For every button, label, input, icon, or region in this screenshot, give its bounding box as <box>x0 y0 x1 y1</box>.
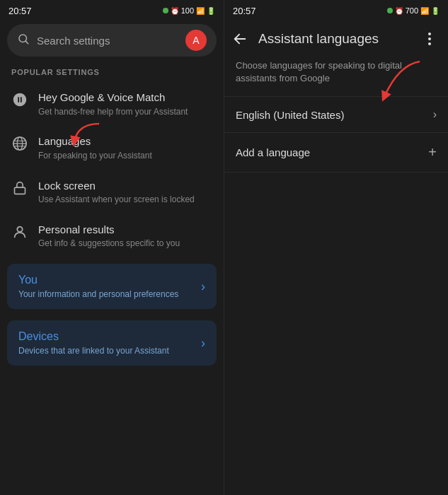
search-bar[interactable]: Search settings A <box>7 24 217 57</box>
alarm-icon-right: ⏰ <box>395 7 403 15</box>
card-you-subtitle: Your information and personal preference… <box>18 289 201 299</box>
settings-item-personal-results[interactable]: Personal results Get info & suggestions … <box>0 214 224 258</box>
languages-subtitle: For speaking to your Assistant <box>38 150 212 162</box>
right-header: Assistant languages <box>224 20 448 58</box>
search-icon <box>17 33 30 48</box>
signal-icon-right: 700 <box>406 6 418 15</box>
status-dot-right <box>387 8 393 13</box>
section-label: POPULAR SETTINGS <box>0 64 224 82</box>
card-you-title: You <box>18 274 201 286</box>
language-name: English (United States) <box>236 109 433 121</box>
battery-icon-right: 🔋 <box>431 7 440 15</box>
personal-results-title: Personal results <box>38 223 212 237</box>
card-you-chevron: › <box>201 279 205 294</box>
add-language-item[interactable]: Add a language + <box>224 133 448 172</box>
status-time-left: 20:57 <box>8 6 32 16</box>
lock-screen-subtitle: Use Assistant when your screen is locked <box>38 194 212 206</box>
settings-item-lock-screen[interactable]: Lock screen Use Assistant when your scre… <box>0 170 224 214</box>
status-time-right: 20:57 <box>233 6 256 16</box>
settings-item-languages[interactable]: Languages For speaking to your Assistant <box>0 126 224 170</box>
search-placeholder: Search settings <box>37 35 178 47</box>
hey-google-subtitle: Get hands-free help from your Assistant <box>38 106 212 118</box>
divider-bottom <box>224 172 448 173</box>
lock-screen-title: Lock screen <box>38 179 212 193</box>
svg-point-12 <box>428 42 431 45</box>
languages-icon <box>11 135 28 152</box>
card-devices-subtitle: Devices that are linked to your Assistan… <box>18 346 201 356</box>
lock-screen-text: Lock screen Use Assistant when your scre… <box>38 179 212 206</box>
right-panel: 20:57 ⏰ 700 📶 🔋 Assistant languages Choo… <box>224 0 448 495</box>
settings-item-hey-google[interactable]: Hey Google & Voice Match Get hands-free … <box>0 82 224 126</box>
add-language-label: Add a language <box>236 146 428 158</box>
card-devices[interactable]: Devices Devices that are linked to your … <box>7 320 217 366</box>
battery-icon: 🔋 <box>207 7 215 15</box>
languages-text: Languages For speaking to your Assistant <box>38 134 212 161</box>
more-options-button[interactable] <box>417 26 442 52</box>
personal-results-icon <box>11 223 28 240</box>
svg-point-11 <box>428 37 431 40</box>
language-chevron: › <box>433 108 437 121</box>
wifi-icon: 📶 <box>196 7 205 15</box>
personal-results-text: Personal results Get info & suggestions … <box>38 223 212 250</box>
languages-title: Languages <box>38 134 212 148</box>
personal-results-subtitle: Get info & suggestions specific to you <box>38 238 212 250</box>
right-panel-title: Assistant languages <box>258 31 411 47</box>
card-you-text: You Your information and personal prefer… <box>18 274 201 299</box>
card-you[interactable]: You Your information and personal prefer… <box>7 264 217 309</box>
lock-screen-icon <box>11 180 28 197</box>
card-devices-text: Devices Devices that are linked to your … <box>18 330 201 356</box>
add-icon: + <box>428 144 437 161</box>
user-avatar[interactable]: A <box>185 30 207 51</box>
signal-icon: 100 <box>181 6 194 15</box>
status-bar-right: 20:57 ⏰ 700 📶 🔋 <box>224 0 448 20</box>
status-dot-left <box>163 8 168 13</box>
right-description: Choose languages for speaking to digital… <box>224 58 448 96</box>
status-bar-left: 20:57 ⏰ 100 📶 🔋 <box>0 0 224 20</box>
svg-point-9 <box>17 227 22 232</box>
svg-line-1 <box>25 41 28 43</box>
hey-google-text: Hey Google & Voice Match Get hands-free … <box>38 91 212 117</box>
back-button[interactable] <box>227 26 253 52</box>
alarm-icon: ⏰ <box>171 7 179 15</box>
wifi-icon-right: 📶 <box>420 7 429 15</box>
card-devices-chevron: › <box>201 336 205 351</box>
left-panel: 20:57 ⏰ 100 📶 🔋 Search settings A POPULA… <box>0 0 224 495</box>
language-item-english[interactable]: English (United States) › <box>224 97 448 132</box>
svg-point-10 <box>428 33 431 35</box>
hey-google-title: Hey Google & Voice Match <box>38 91 212 105</box>
status-icons-right: ⏰ 700 📶 🔋 <box>387 6 440 15</box>
svg-rect-8 <box>15 187 25 194</box>
hey-google-icon <box>11 91 28 108</box>
status-icons-left: ⏰ 100 📶 🔋 <box>163 6 215 15</box>
card-devices-title: Devices <box>18 330 201 343</box>
